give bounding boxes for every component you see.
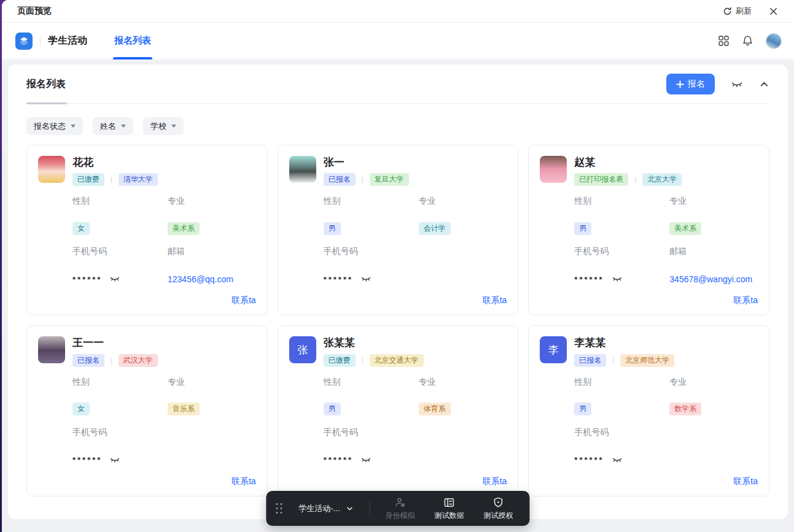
status-badge: 已报名 <box>324 173 356 186</box>
email-label <box>669 427 758 438</box>
phone-label: 手机号码 <box>72 427 168 438</box>
major-label: 专业 <box>419 196 507 207</box>
phone-label: 手机号码 <box>324 246 419 257</box>
badge-separator: | <box>362 176 364 183</box>
status-badge: 已报名 <box>574 354 606 367</box>
app-header: 学生活动 报名列表 <box>2 23 794 60</box>
status-badge: 已缴费 <box>324 354 356 367</box>
tab-registration-list[interactable]: 报名列表 <box>114 23 151 60</box>
panel-header: 报名列表 报名 <box>26 64 769 104</box>
collapse-chevron-up-icon[interactable] <box>759 79 769 90</box>
student-avatar <box>38 336 65 363</box>
badge-separator: | <box>362 357 364 364</box>
notification-bell-icon[interactable] <box>742 35 753 47</box>
contact-link[interactable]: 联系ta <box>733 476 758 487</box>
chevron-down-icon <box>71 125 76 128</box>
major-label: 专业 <box>669 196 758 207</box>
chevron-down-icon <box>346 505 354 512</box>
eye-closed-icon[interactable] <box>109 456 120 465</box>
student-card: 李 李某某 已报名 | 北京师范大学 性别 专业 男 数学系 手机号码 ****… <box>528 325 769 496</box>
major-label: 专业 <box>168 196 256 207</box>
gender-badge: 女 <box>72 222 90 235</box>
app-name: 学生活动 <box>48 34 87 47</box>
phone-label: 手机号码 <box>574 427 669 438</box>
email-label: 邮箱 <box>168 246 256 257</box>
add-button-label: 报名 <box>688 79 705 90</box>
masked-phone: ****** <box>324 455 372 465</box>
email-label <box>168 427 256 438</box>
student-name: 张某某 <box>324 337 424 349</box>
badge-separator: | <box>111 357 112 364</box>
school-badge: 北京交通大学 <box>370 354 424 367</box>
gender-badge: 男 <box>324 222 341 235</box>
contact-link[interactable]: 联系ta <box>232 476 256 487</box>
filter-name[interactable]: 姓名 <box>93 117 133 135</box>
chevron-down-icon <box>171 125 176 128</box>
masked-phone: ****** <box>574 455 622 465</box>
gender-label: 性别 <box>574 196 669 207</box>
student-name: 李某某 <box>574 337 674 349</box>
student-name: 赵某 <box>574 156 682 169</box>
add-registration-button[interactable]: 报名 <box>666 74 715 94</box>
contact-link[interactable]: 联系ta <box>232 295 256 306</box>
close-icon[interactable] <box>769 7 778 16</box>
email-link[interactable]: 123456@qq.com <box>168 274 233 284</box>
contact-link[interactable]: 联系ta <box>733 295 758 306</box>
table-icon <box>443 496 456 509</box>
student-name: 花花 <box>72 156 158 169</box>
layers-icon <box>19 36 29 46</box>
refresh-button[interactable]: 刷新 <box>723 6 752 17</box>
app-selector[interactable]: 学生活动-... <box>294 503 358 514</box>
badge-separator: | <box>111 176 112 183</box>
eye-closed-icon[interactable] <box>360 456 372 465</box>
app-logo <box>15 33 33 50</box>
gender-badge: 男 <box>574 403 591 415</box>
email-label <box>419 427 507 438</box>
panel-title-indicator <box>26 102 67 104</box>
masked-phone: ****** <box>72 275 120 284</box>
major-label: 专业 <box>168 377 256 388</box>
badge-separator: | <box>634 176 636 183</box>
identity-simulation-button: 身份模拟 <box>381 496 419 521</box>
school-badge: 北京师范大学 <box>620 354 674 367</box>
test-data-label: 测试数据 <box>435 511 464 521</box>
major-label: 专业 <box>419 377 507 388</box>
email-label: 邮箱 <box>669 246 758 257</box>
student-avatar: 张 <box>289 336 316 363</box>
phone-label: 手机号码 <box>574 246 669 257</box>
status-badge: 已报名 <box>72 354 104 367</box>
eye-closed-icon[interactable] <box>109 275 120 283</box>
eye-closed-icon[interactable] <box>360 275 372 283</box>
contact-link[interactable]: 联系ta <box>483 476 507 487</box>
test-data-button[interactable]: 测试数据 <box>430 496 469 521</box>
masked-phone: ****** <box>574 275 622 284</box>
filter-status[interactable]: 报名状态 <box>26 117 83 135</box>
apps-grid-icon[interactable] <box>718 35 730 47</box>
gender-label: 性别 <box>324 196 419 207</box>
drag-handle[interactable] <box>276 503 282 514</box>
hide-panel-eye-icon[interactable] <box>731 79 743 90</box>
student-card: 赵某 已打印报名表 | 北京大学 性别 专业 男 美术系 手机号码 邮箱 ***… <box>528 145 769 315</box>
active-tab-underline <box>113 57 152 60</box>
person-gear-icon <box>394 496 407 509</box>
contact-link[interactable]: 联系ta <box>483 295 507 306</box>
school-badge: 复旦大学 <box>370 173 409 186</box>
plus-icon <box>676 80 684 88</box>
filter-school-label: 学校 <box>150 121 166 132</box>
email-link[interactable]: 345678@wangyi.com <box>669 274 752 284</box>
gender-badge: 女 <box>72 403 90 415</box>
test-authorization-button[interactable]: 测试授权 <box>480 496 518 521</box>
test-authorization-label: 测试授权 <box>484 511 513 521</box>
filter-school[interactable]: 学校 <box>143 117 184 135</box>
identity-simulation-label: 身份模拟 <box>386 511 415 521</box>
eye-closed-icon[interactable] <box>612 456 623 465</box>
school-badge: 清华大学 <box>119 173 158 186</box>
gender-badge: 男 <box>324 403 341 415</box>
gender-badge: 男 <box>574 222 591 235</box>
user-avatar[interactable] <box>766 33 782 49</box>
eye-closed-icon[interactable] <box>612 275 623 283</box>
masked-phone: ****** <box>324 275 372 284</box>
chevron-down-icon <box>121 125 126 128</box>
page-content: 报名列表 报名 <box>2 60 794 532</box>
major-badge: 数学系 <box>669 403 701 415</box>
